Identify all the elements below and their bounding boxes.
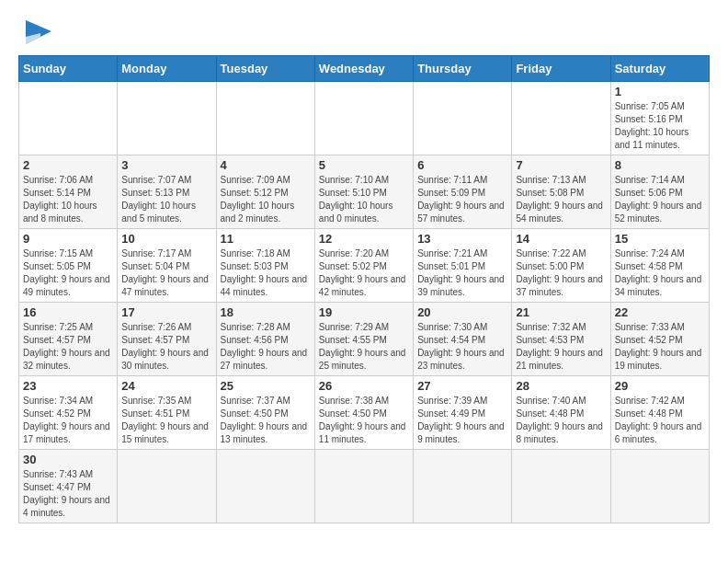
day-info: Sunrise: 7:29 AMSunset: 4:55 PMDaylight:… — [319, 321, 409, 373]
day-info: Sunrise: 7:43 AMSunset: 4:47 PMDaylight:… — [23, 468, 113, 520]
day-number: 1 — [615, 85, 705, 98]
weekday-tuesday: Tuesday — [216, 56, 314, 82]
day-number: 13 — [417, 232, 507, 246]
day-info: Sunrise: 7:30 AMSunset: 4:54 PMDaylight:… — [417, 321, 507, 373]
day-cell: 29Sunrise: 7:42 AMSunset: 4:48 PMDayligh… — [610, 376, 709, 450]
day-number: 8 — [615, 158, 705, 172]
day-cell: 14Sunrise: 7:22 AMSunset: 5:00 PMDayligh… — [512, 229, 610, 303]
day-cell: 11Sunrise: 7:18 AMSunset: 5:03 PMDayligh… — [216, 229, 314, 303]
day-cell — [216, 82, 314, 155]
day-cell: 15Sunrise: 7:24 AMSunset: 4:58 PMDayligh… — [610, 229, 709, 303]
day-cell: 13Sunrise: 7:21 AMSunset: 5:01 PMDayligh… — [414, 229, 512, 303]
day-number: 18 — [221, 305, 311, 319]
day-number: 25 — [221, 379, 311, 393]
day-number: 20 — [417, 305, 507, 319]
day-info: Sunrise: 7:18 AMSunset: 5:03 PMDaylight:… — [221, 247, 311, 299]
day-cell: 16Sunrise: 7:25 AMSunset: 4:57 PMDayligh… — [19, 303, 118, 376]
day-number: 6 — [417, 158, 507, 172]
day-number: 26 — [319, 379, 409, 393]
day-number: 12 — [319, 232, 409, 246]
day-cell — [216, 450, 314, 523]
day-cell: 17Sunrise: 7:26 AMSunset: 4:57 PMDayligh… — [118, 303, 216, 376]
day-cell: 19Sunrise: 7:29 AMSunset: 4:55 PMDayligh… — [314, 303, 413, 376]
day-number: 21 — [516, 305, 606, 319]
day-number: 19 — [319, 305, 409, 319]
day-number: 9 — [23, 232, 113, 246]
day-info: Sunrise: 7:14 AMSunset: 5:06 PMDaylight:… — [615, 174, 705, 225]
week-row-2: 2Sunrise: 7:06 AMSunset: 5:14 PMDaylight… — [19, 155, 710, 229]
day-number: 28 — [516, 379, 606, 393]
day-number: 4 — [221, 158, 311, 172]
logo — [18, 18, 59, 46]
day-cell: 25Sunrise: 7:37 AMSunset: 4:50 PMDayligh… — [216, 376, 314, 450]
week-row-4: 16Sunrise: 7:25 AMSunset: 4:57 PMDayligh… — [19, 303, 710, 376]
calendar: SundayMondayTuesdayWednesdayThursdayFrid… — [18, 55, 710, 523]
day-cell: 4Sunrise: 7:09 AMSunset: 5:12 PMDaylight… — [216, 155, 314, 229]
day-info: Sunrise: 7:25 AMSunset: 4:57 PMDaylight:… — [23, 321, 113, 373]
day-cell: 18Sunrise: 7:28 AMSunset: 4:56 PMDayligh… — [216, 303, 314, 376]
day-info: Sunrise: 7:35 AMSunset: 4:51 PMDaylight:… — [121, 395, 211, 446]
day-info: Sunrise: 7:13 AMSunset: 5:08 PMDaylight:… — [516, 174, 606, 225]
weekday-wednesday: Wednesday — [314, 56, 413, 82]
day-cell: 7Sunrise: 7:13 AMSunset: 5:08 PMDaylight… — [512, 155, 610, 229]
day-cell: 12Sunrise: 7:20 AMSunset: 5:02 PMDayligh… — [314, 229, 413, 303]
day-info: Sunrise: 7:05 AMSunset: 5:16 PMDaylight:… — [615, 100, 705, 152]
weekday-sunday: Sunday — [19, 56, 118, 82]
day-number: 10 — [121, 232, 211, 246]
day-info: Sunrise: 7:07 AMSunset: 5:13 PMDaylight:… — [121, 174, 211, 225]
weekday-friday: Friday — [512, 56, 610, 82]
day-number: 15 — [615, 232, 705, 246]
day-number: 27 — [417, 379, 507, 393]
day-cell — [314, 450, 413, 523]
day-number: 29 — [615, 379, 705, 393]
day-cell — [512, 450, 610, 523]
day-info: Sunrise: 7:09 AMSunset: 5:12 PMDaylight:… — [221, 174, 311, 225]
week-row-5: 23Sunrise: 7:34 AMSunset: 4:52 PMDayligh… — [19, 376, 710, 450]
day-cell: 21Sunrise: 7:32 AMSunset: 4:53 PMDayligh… — [512, 303, 610, 376]
logo-area — [18, 18, 59, 46]
day-cell: 27Sunrise: 7:39 AMSunset: 4:49 PMDayligh… — [414, 376, 512, 450]
day-cell — [414, 450, 512, 523]
day-cell: 3Sunrise: 7:07 AMSunset: 5:13 PMDaylight… — [118, 155, 216, 229]
day-cell: 1Sunrise: 7:05 AMSunset: 5:16 PMDaylight… — [610, 82, 709, 155]
day-number: 23 — [23, 379, 113, 393]
day-number: 17 — [121, 305, 211, 319]
day-info: Sunrise: 7:42 AMSunset: 4:48 PMDaylight:… — [615, 395, 705, 446]
day-cell: 24Sunrise: 7:35 AMSunset: 4:51 PMDayligh… — [118, 376, 216, 450]
day-info: Sunrise: 7:11 AMSunset: 5:09 PMDaylight:… — [417, 174, 507, 225]
weekday-header-row: SundayMondayTuesdayWednesdayThursdayFrid… — [19, 56, 710, 82]
day-cell — [512, 82, 610, 155]
day-number: 3 — [121, 158, 211, 172]
day-number: 2 — [23, 158, 113, 172]
day-number: 11 — [221, 232, 311, 246]
day-number: 24 — [121, 379, 211, 393]
day-number: 30 — [23, 453, 113, 466]
weekday-thursday: Thursday — [414, 56, 512, 82]
day-cell: 20Sunrise: 7:30 AMSunset: 4:54 PMDayligh… — [414, 303, 512, 376]
day-cell — [610, 450, 709, 523]
day-info: Sunrise: 7:17 AMSunset: 5:04 PMDaylight:… — [121, 247, 211, 299]
day-info: Sunrise: 7:06 AMSunset: 5:14 PMDaylight:… — [23, 174, 113, 225]
day-cell: 5Sunrise: 7:10 AMSunset: 5:10 PMDaylight… — [314, 155, 413, 229]
day-cell — [414, 82, 512, 155]
day-info: Sunrise: 7:37 AMSunset: 4:50 PMDaylight:… — [221, 395, 311, 446]
day-cell: 9Sunrise: 7:15 AMSunset: 5:05 PMDaylight… — [19, 229, 118, 303]
day-cell: 10Sunrise: 7:17 AMSunset: 5:04 PMDayligh… — [118, 229, 216, 303]
day-cell: 22Sunrise: 7:33 AMSunset: 4:52 PMDayligh… — [610, 303, 709, 376]
day-info: Sunrise: 7:40 AMSunset: 4:48 PMDaylight:… — [516, 395, 606, 446]
day-number: 7 — [516, 158, 606, 172]
day-info: Sunrise: 7:38 AMSunset: 4:50 PMDaylight:… — [319, 395, 409, 446]
day-cell: 26Sunrise: 7:38 AMSunset: 4:50 PMDayligh… — [314, 376, 413, 450]
day-cell: 30Sunrise: 7:43 AMSunset: 4:47 PMDayligh… — [19, 450, 118, 523]
day-info: Sunrise: 7:33 AMSunset: 4:52 PMDaylight:… — [615, 321, 705, 373]
day-cell: 6Sunrise: 7:11 AMSunset: 5:09 PMDaylight… — [414, 155, 512, 229]
day-cell — [19, 82, 118, 155]
week-row-3: 9Sunrise: 7:15 AMSunset: 5:05 PMDaylight… — [19, 229, 710, 303]
day-info: Sunrise: 7:39 AMSunset: 4:49 PMDaylight:… — [417, 395, 507, 446]
weekday-saturday: Saturday — [610, 56, 709, 82]
header — [18, 18, 710, 46]
day-cell — [118, 450, 216, 523]
day-info: Sunrise: 7:26 AMSunset: 4:57 PMDaylight:… — [121, 321, 211, 373]
day-info: Sunrise: 7:32 AMSunset: 4:53 PMDaylight:… — [516, 321, 606, 373]
week-row-1: 1Sunrise: 7:05 AMSunset: 5:16 PMDaylight… — [19, 82, 710, 155]
